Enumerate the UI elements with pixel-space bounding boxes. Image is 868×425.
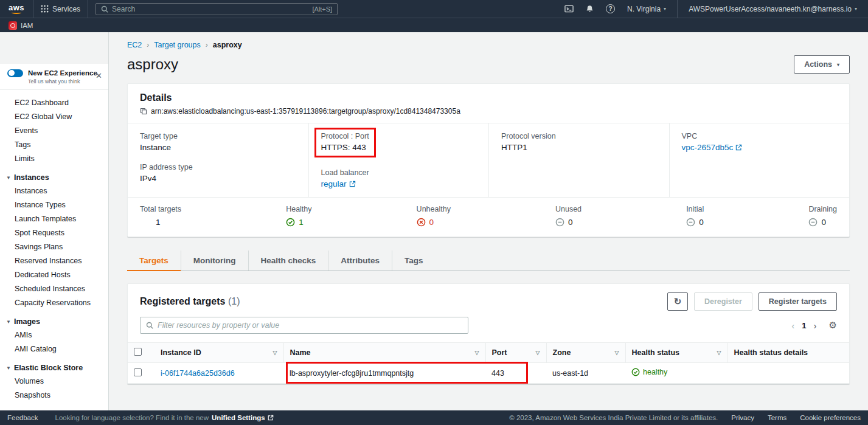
sidebar-item-dedicated-hosts[interactable]: Dedicated Hosts <box>0 268 108 282</box>
feedback-link[interactable]: Feedback <box>7 414 38 421</box>
filter-input[interactable] <box>158 321 462 330</box>
tab-health-checks[interactable]: Health checks <box>248 251 328 271</box>
select-all-checkbox[interactable] <box>134 348 142 356</box>
stat-healthy: Healthy 1 <box>286 205 311 227</box>
registered-targets-actions: ↻ Deregister Register targets <box>667 292 837 311</box>
services-menu-button[interactable]: Services <box>37 0 84 18</box>
new-experience-toggle[interactable] <box>7 69 23 77</box>
help-icon[interactable]: ? <box>601 0 620 18</box>
section-caret-icon: ▼ <box>6 365 11 371</box>
sidebar-item-events[interactable]: Events <box>0 124 108 138</box>
favorite-iam[interactable]: IAM <box>9 21 33 30</box>
stat-initial: Initial 0 <box>686 205 704 227</box>
next-page-icon[interactable]: › <box>814 320 817 331</box>
column-header-health-status[interactable]: Health status▽ <box>625 343 727 363</box>
sidebar-section-images[interactable]: ▼ Images <box>0 315 108 328</box>
sidebar-item-scheduled-instances[interactable]: Scheduled Instances <box>0 282 108 296</box>
sidebar-item-volumes[interactable]: Volumes <box>0 375 108 389</box>
refresh-icon[interactable]: ↻ <box>667 292 688 311</box>
registered-targets-card: Registered targets (1) ↻ Deregister Regi… <box>127 283 850 384</box>
region-selector[interactable]: N. Virginia ▾ <box>622 0 671 18</box>
sidebar-item-limits[interactable]: Limits <box>0 152 108 166</box>
new-experience-title: New EC2 Experience <box>28 69 97 77</box>
sidebar-section-elastic-block-store[interactable]: ▼ Elastic Block Store <box>0 361 108 375</box>
search-shortcut-hint: [Alt+S] <box>312 5 332 13</box>
load-balancer-link[interactable]: regular <box>321 179 356 188</box>
register-targets-button[interactable]: Register targets <box>759 292 837 311</box>
copy-icon[interactable] <box>140 108 147 115</box>
sort-icon[interactable]: ▽ <box>475 350 479 356</box>
breadcrumb-separator-icon: › <box>206 41 208 49</box>
minus-circle-icon <box>686 218 695 227</box>
close-icon[interactable]: ✕ <box>95 71 102 80</box>
sidebar-item-amis[interactable]: AMIs <box>0 328 108 342</box>
tab-targets[interactable]: Targets <box>127 251 181 271</box>
sort-icon[interactable]: ▽ <box>615 350 619 356</box>
column-header-port[interactable]: Port▽ <box>485 343 546 363</box>
external-link-icon <box>735 144 742 151</box>
sort-icon[interactable]: ▽ <box>273 350 277 356</box>
tab-bar: Targets Monitoring Health checks Attribu… <box>127 251 850 271</box>
sort-icon[interactable]: ▽ <box>717 350 721 356</box>
breadcrumb-target-groups[interactable]: Target groups <box>154 41 200 49</box>
sidebar-item-launch-templates[interactable]: Launch Templates <box>0 212 108 226</box>
field-protocol-version: Protocol version HTTP1 <box>501 132 657 152</box>
column-header-instance-id[interactable]: Instance ID▽ <box>155 343 283 363</box>
column-header-name[interactable]: Name▽ <box>283 343 485 363</box>
cookie-preferences-link[interactable]: Cookie preferences <box>800 414 861 421</box>
terms-link[interactable]: Terms <box>768 414 786 421</box>
sidebar-item-ec2-dashboard[interactable]: EC2 Dashboard <box>0 96 108 110</box>
privacy-link[interactable]: Privacy <box>731 414 754 421</box>
top-nav-right: ? N. Virginia ▾ AWSPowerUserAccess/navan… <box>560 0 862 18</box>
sidebar-item-reserved-instances[interactable]: Reserved Instances <box>0 254 108 268</box>
annotation-box-protocol-port: Protocol : Port HTTPS: 443 <box>314 128 376 157</box>
sidebar-item-ec2-global-view[interactable]: EC2 Global View <box>0 110 108 124</box>
search-input[interactable] <box>112 5 308 13</box>
aws-console: aws Services [Alt+S] ? <box>0 0 868 425</box>
settings-gear-icon[interactable]: ⚙ <box>829 320 837 331</box>
target-health-stats: Total targets 1 Healthy 1 Unhealthy <box>128 197 849 237</box>
sidebar-item-instance-types[interactable]: Instance Types <box>0 198 108 212</box>
deregister-button[interactable]: Deregister <box>694 292 752 311</box>
sidebar-item-spot-requests[interactable]: Spot Requests <box>0 226 108 240</box>
tab-attributes[interactable]: Attributes <box>328 251 392 271</box>
targets-table: Instance ID▽ Name▽ Port▽ Zone▽ Health st <box>128 342 849 384</box>
global-search[interactable]: [Alt+S] <box>95 3 338 15</box>
breadcrumb-ec2[interactable]: EC2 <box>127 41 142 49</box>
external-link-icon <box>268 415 274 421</box>
account-menu[interactable]: AWSPowerUserAccess/navaneeth.kn@harness.… <box>684 0 862 18</box>
breadcrumb: EC2 › Target groups › asproxy <box>127 41 850 49</box>
sidebar-item-snapshots[interactable]: Snapshots <box>0 389 108 403</box>
filter-box[interactable] <box>140 317 468 334</box>
sort-icon[interactable]: ▽ <box>536 350 540 356</box>
sidebar-item-tags[interactable]: Tags <box>0 138 108 152</box>
sidebar-top-strip <box>0 32 108 64</box>
divider <box>88 0 88 18</box>
table-header-row: Instance ID▽ Name▽ Port▽ Zone▽ Health st <box>128 343 849 363</box>
page-number[interactable]: 1 <box>802 321 806 330</box>
actions-button[interactable]: Actions ▾ <box>794 55 850 74</box>
tab-monitoring[interactable]: Monitoring <box>181 251 248 271</box>
aws-logo[interactable]: aws <box>9 4 24 14</box>
tab-tags[interactable]: Tags <box>392 251 436 271</box>
sidebar-item-instances[interactable]: Instances <box>0 184 108 198</box>
instance-id-link[interactable]: i-06f1744a6a25d36d6 <box>161 369 235 378</box>
unified-settings-link[interactable]: Unified Settings <box>212 414 274 421</box>
notifications-bell-icon[interactable] <box>581 0 599 18</box>
services-label: Services <box>52 5 80 13</box>
field-protocol-port: Protocol : Port HTTPS: 443 <box>321 128 477 157</box>
stat-total-targets: Total targets 1 <box>140 205 181 227</box>
vpc-link[interactable]: vpc-2657db5c <box>682 143 743 152</box>
sidebar-item-savings-plans[interactable]: Savings Plans <box>0 240 108 254</box>
row-checkbox[interactable] <box>134 368 142 376</box>
sidebar-section-instances[interactable]: ▼ Instances <box>0 171 108 184</box>
account-label: AWSPowerUserAccess/navaneeth.kn@harness.… <box>689 5 852 13</box>
column-header-zone[interactable]: Zone▽ <box>546 343 625 363</box>
cloudshell-icon[interactable] <box>560 0 578 18</box>
previous-page-icon[interactable]: ‹ <box>791 320 794 331</box>
sidebar-item-ami-catalog[interactable]: AMI Catalog <box>0 342 108 356</box>
details-column-1: Target type Instance IP address type IPv… <box>128 123 308 197</box>
column-header-health-status-details[interactable]: Health status details <box>727 343 849 363</box>
filter-row: ‹ 1 › ⚙ <box>128 317 849 342</box>
sidebar-item-capacity-reservations[interactable]: Capacity Reservations <box>0 296 108 310</box>
